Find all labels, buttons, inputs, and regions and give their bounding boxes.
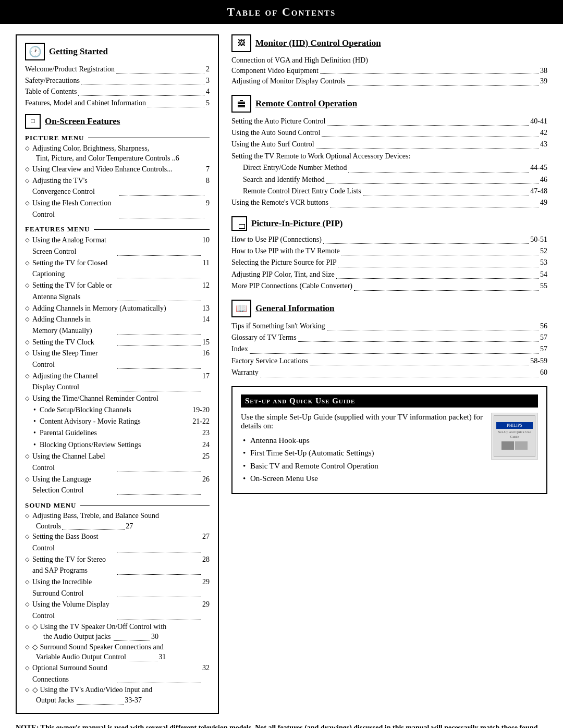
fm-item-2: Setting the TV for Cable or Antenna Sign… (25, 280, 210, 302)
sm-item-8: ◇ Using the TV's Audio/Video Input and O… (25, 685, 210, 705)
monitor-entry-0: Connection of VGA and High Definition (H… (231, 55, 547, 76)
remote-indent-2: Remote Control Direct Entry Code Lists 4… (243, 186, 547, 197)
features-menu-label: FEATURES MENU (25, 225, 210, 233)
remote-indent-0: Direct Entry/Code Number Method 44-45 (243, 162, 547, 174)
fm-item-5: Setting the TV Clock 15 (25, 337, 210, 348)
fm-item-6: Using the Sleep Timer Control 16 (25, 348, 210, 370)
pip-title-row: Picture-In-Picture (PIP) (231, 216, 547, 231)
fm-item-1: Setting the TV for Closed Captioning 11 (25, 257, 210, 280)
general-title-row: 📖 General Information (231, 300, 547, 317)
fm-item-3: Adding Channels in Memory (Automatically… (25, 303, 210, 314)
general-entry-4: Warranty 60 (231, 367, 547, 378)
monitor-title: Monitor (HD) Control Operation (255, 38, 381, 48)
pip-section: Picture-In-Picture (PIP) How to Use PIP … (231, 216, 547, 292)
fm-item2-1: Using the Language Selection Control 26 (25, 474, 210, 496)
on-screen-section: □ On-Screen Features (25, 114, 210, 129)
remote-entry-7: Using the Remote's VCR buttons 49 (231, 197, 547, 208)
setup-bullet-3: On-Screen Menu Use (241, 473, 486, 485)
general-entry-3: Factory Service Locations 58-59 (231, 355, 547, 367)
remote-entry-0: Setting the Auto Picture Control 40-41 (231, 116, 547, 127)
sm-item-2: Setting the TV for Stereo and SAP Progra… (25, 554, 210, 576)
header-title: Table of Contents (227, 5, 336, 18)
sm-item-3: Using the Incredible Surround Control 29 (25, 576, 210, 599)
setup-guide-text: Use the simple Set-Up Guide (supplied wi… (241, 413, 486, 486)
setup-bullet-1: First Time Set-Up (Automatic Settings) (241, 447, 486, 459)
pip-entry-1: How to Use PIP with the TV Remote 52 (231, 245, 547, 257)
remote-title: Remote Control Operation (255, 98, 357, 109)
toc-toc: Table of Contents 4 (25, 86, 210, 97)
general-entry-0: Tips if Something Isn't Working 56 (231, 320, 547, 332)
sm-item-4: Using the Volume Display Control 29 (25, 599, 210, 621)
monitor-icon: 🖼 (231, 34, 251, 52)
pm-item-3: Using the Flesh Correction Control 9 (25, 198, 210, 220)
monitor-entry-1: Adjusting of Monitor Display Controls 39 (231, 76, 547, 87)
on-screen-icon: □ (25, 114, 41, 129)
pip-entry-4: More PIP Connections (Cable Converter) 5… (231, 280, 547, 292)
toc-safety: Safety/Precautions 3 (25, 75, 210, 87)
general-icon: 📖 (231, 300, 251, 317)
fm-sub-2: Parental Guidelines 23 (25, 427, 210, 439)
setup-guide-intro: Use the simple Set-Up Guide (supplied wi… (241, 413, 486, 430)
setup-guide-header: Set-up and Quick Use Guide (241, 394, 538, 408)
toc-features: Features, Model and Cabinet Information … (25, 97, 210, 109)
fm-item-0: Using the Analog Format Screen Control 1… (25, 235, 210, 257)
fm-sub-3: Blocking Options/Review Settings 24 (25, 439, 210, 451)
getting-started-title: Getting Started (49, 46, 108, 57)
fm-item2-0: Using the Channel Label Control 25 (25, 451, 210, 473)
pm-item-1: Using Clearview and Video Enhance Contro… (25, 164, 210, 175)
remote-entry-3: Setting the TV Remote to Work Optional A… (231, 151, 547, 162)
pip-entry-2: Selecting the Picture Source for PIP 53 (231, 257, 547, 268)
setup-guide-image: PHILIPS Set-Up and Quick Use Guide (491, 413, 538, 460)
setup-guide-content: Use the simple Set-Up Guide (supplied wi… (241, 413, 538, 486)
remote-entry-1: Using the Auto Sound Control 42 (231, 127, 547, 139)
remote-icon (231, 95, 251, 113)
pm-item-0: Adjusting Color, Brightness, Sharpness, … (25, 143, 210, 164)
pip-title: Picture-In-Picture (PIP) (251, 218, 342, 229)
general-entry-1: Glossary of TV Terms 57 (231, 332, 547, 343)
sm-item-6: ◇ Surround Sound Speaker Connections and… (25, 642, 210, 662)
fm-item-8: Using the Time/Channel Reminder Control (25, 393, 210, 404)
toc-welcome: Welcome/Product Registration 2 (25, 64, 210, 75)
pip-icon (231, 216, 247, 231)
monitor-section: 🖼 Monitor (HD) Control Operation Connect… (231, 34, 547, 88)
sound-menu-label: SOUND MENU (25, 501, 210, 510)
remote-entry-indent: Direct Entry/Code Number Method 44-45 Se… (231, 162, 547, 197)
fm-item-4: Adding Channels in Memory (Manually) 14 (25, 314, 210, 336)
fm-item-7: Adjusting the Channel Display Control 17 (25, 371, 210, 393)
general-section: 📖 General Information Tips if Something … (231, 300, 547, 379)
getting-started-icon: 🕐 (25, 43, 45, 60)
remote-section: Remote Control Operation Setting the Aut… (231, 95, 547, 209)
sm-item-1: Setting the Bass Boost Control 27 (25, 531, 210, 553)
note-text-bold: NOTE: This owner's manual is used with s… (16, 724, 537, 728)
setup-bullet-0: Antenna Hook-ups (241, 435, 486, 447)
setup-bullet-2: Basic TV and Remote Control Operation (241, 460, 486, 472)
on-screen-title: On-Screen Features (45, 116, 120, 127)
pip-entry-3: Adjusting PIP Color, Tint, and Size 54 (231, 269, 547, 280)
setup-guide-box: Set-up and Quick Use Guide Use the simpl… (231, 386, 547, 494)
picture-menu-label: PICTURE MENU (25, 134, 210, 142)
remote-entry-2: Using the Auto Surf Control 43 (231, 139, 547, 150)
left-column: 🕐 Getting Started Welcome/Product Regist… (16, 34, 219, 714)
monitor-title-row: 🖼 Monitor (HD) Control Operation (231, 34, 547, 52)
fm-sub-1: Content Advisory - Movie Ratings 21-22 (25, 416, 210, 427)
getting-started-section: 🕐 Getting Started (25, 43, 210, 60)
remote-title-row: Remote Control Operation (231, 95, 547, 113)
pip-entry-0: How to Use PIP (Connections) 50-51 (231, 234, 547, 245)
remote-indent-1: Search and Identify Method 46 (243, 174, 547, 186)
general-entry-2: Index 57 (231, 343, 547, 355)
note-box: NOTE: This owner's manual is used with s… (16, 722, 547, 728)
sm-item-5: ◇ Using the TV Speaker On/Off Control wi… (25, 622, 210, 642)
right-column: 🖼 Monitor (HD) Control Operation Connect… (228, 34, 547, 714)
page-header: Table of Contents (0, 0, 563, 24)
sm-item-0: Adjusting Bass, Treble, and Balance Soun… (25, 511, 210, 531)
general-title: General Information (255, 303, 335, 314)
pm-item-2: Adjusting the TV's Convergence Control 8 (25, 175, 210, 198)
fm-sub-0: Code Setup/Blocking Channels 19-20 (25, 404, 210, 416)
sm-item-7: Optional Surround Sound Connections 32 (25, 662, 210, 685)
